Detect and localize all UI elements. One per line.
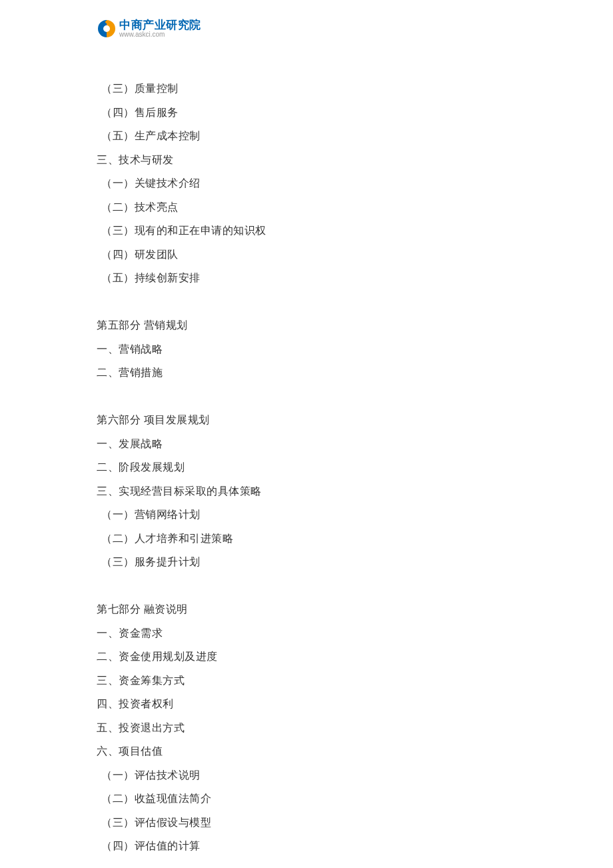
toc-line: （二）技术亮点 [97, 195, 516, 219]
toc-line: （五）生产成本控制 [97, 124, 516, 148]
toc-line: （三）评估假设与模型 [97, 811, 516, 835]
toc-line: 三、资金筹集方式 [97, 669, 516, 693]
toc-line: （二）收益现值法简介 [97, 787, 516, 811]
toc-line: （一）评估技术说明 [97, 763, 516, 787]
toc-line: （四）售后服务 [97, 101, 516, 125]
document-content: （三）质量控制（四）售后服务（五）生产成本控制三、技术与研发（一）关键技术介绍（… [97, 77, 516, 858]
toc-line: 三、实现经营目标采取的具体策略 [97, 479, 516, 503]
blank-line [97, 574, 516, 598]
blank-line [97, 385, 516, 409]
toc-line: （三）服务提升计划 [97, 550, 516, 574]
toc-line: （四）研发团队 [97, 243, 516, 267]
toc-line: （五）持续创新安排 [97, 266, 516, 290]
toc-line: （三）现有的和正在申请的知识权 [97, 219, 516, 243]
toc-line: 一、资金需求 [97, 621, 516, 645]
logo-icon [97, 19, 117, 39]
logo-text-block: 中商产业研究院 www.askci.com [119, 19, 201, 38]
toc-line: （一）营销网络计划 [97, 503, 516, 527]
logo-url: www.askci.com [119, 31, 201, 38]
toc-line: 三、技术与研发 [97, 148, 516, 172]
toc-line: 第五部分 营销规划 [97, 313, 516, 337]
toc-line: （三）质量控制 [97, 77, 516, 101]
toc-line: 二、资金使用规划及进度 [97, 645, 516, 669]
toc-line: 六、项目估值 [97, 739, 516, 763]
toc-line: 一、营销战略 [97, 337, 516, 361]
toc-line: （一）关键技术介绍 [97, 171, 516, 195]
toc-line: 四、投资者权利 [97, 692, 516, 716]
toc-line: （二）人才培养和引进策略 [97, 527, 516, 551]
logo-title: 中商产业研究院 [119, 19, 201, 31]
toc-line: （四）评估值的计算 [97, 834, 516, 858]
toc-line: 一、发展战略 [97, 432, 516, 456]
toc-line: 第七部分 融资说明 [97, 597, 516, 621]
toc-line: 第六部分 项目发展规划 [97, 408, 516, 432]
svg-point-0 [105, 21, 108, 23]
toc-line: 二、营销措施 [97, 361, 516, 385]
logo-area: 中商产业研究院 www.askci.com [97, 19, 201, 39]
blank-line [97, 290, 516, 314]
toc-line: 二、阶段发展规划 [97, 455, 516, 479]
toc-line: 五、投资退出方式 [97, 716, 516, 740]
